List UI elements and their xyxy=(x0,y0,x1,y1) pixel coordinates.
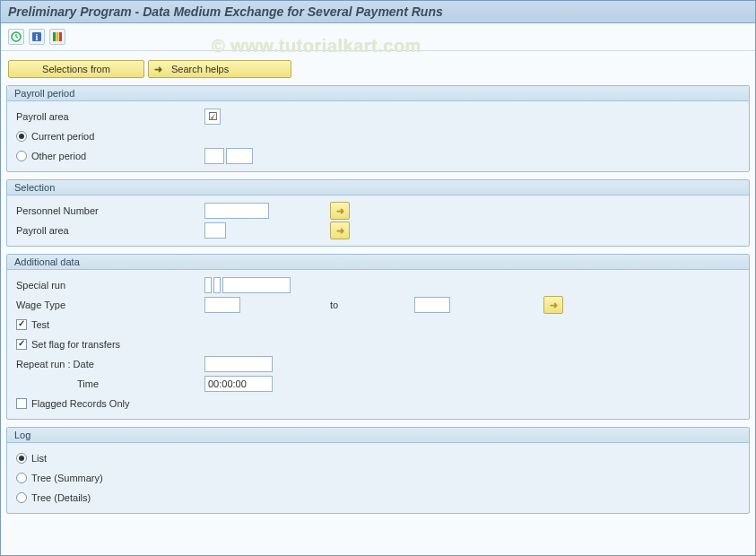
checkmark-icon: ☑ xyxy=(208,110,218,123)
label-time: Time xyxy=(16,378,204,389)
info-icon: i xyxy=(31,31,42,42)
wage-type-from-input[interactable] xyxy=(204,297,240,313)
group-payroll-period: Payroll period Payroll area ☑ Current pe… xyxy=(6,85,750,172)
page-title: Preliminary Program - Data Medium Exchan… xyxy=(8,4,443,19)
group-log: Log List Tree (Summary) xyxy=(6,427,750,514)
checkbox-set-flag[interactable]: Set flag for transfers xyxy=(16,339,120,350)
special-run-input-3[interactable] xyxy=(222,277,291,293)
multi-select-button[interactable]: ➜ xyxy=(543,296,563,314)
radio-icon xyxy=(16,131,27,142)
button-label: Selections from xyxy=(42,64,110,74)
multi-select-button[interactable]: ➜ xyxy=(330,202,350,220)
label-repeat-run: Repeat run : Date xyxy=(16,359,204,369)
search-helps-button[interactable]: ➜ Search helps xyxy=(148,60,291,78)
checkbox-label: Test xyxy=(31,319,49,330)
radio-other-period[interactable]: Other period xyxy=(16,151,204,161)
info-button[interactable]: i xyxy=(29,29,45,45)
radio-icon xyxy=(16,492,27,503)
other-period-input-2[interactable] xyxy=(226,148,253,164)
checkbox-label: Set flag for transfers xyxy=(31,339,120,350)
selections-from-button[interactable]: Selections from xyxy=(8,60,144,78)
radio-icon xyxy=(16,151,27,161)
group-additional-data: Additional data Special run Wage Type to xyxy=(6,254,750,420)
label-payroll-area-sel: Payroll area xyxy=(16,225,204,236)
checkbox-test[interactable]: Test xyxy=(16,319,49,330)
radio-label: List xyxy=(31,453,47,464)
execute-button[interactable] xyxy=(8,29,24,45)
radio-log-list[interactable]: List xyxy=(16,453,47,464)
radio-icon xyxy=(16,453,27,464)
radio-label: Current period xyxy=(31,131,94,142)
radio-current-period[interactable]: Current period xyxy=(16,131,204,142)
payroll-area-checkbox[interactable]: ☑ xyxy=(204,109,221,125)
arrow-right-icon: ➜ xyxy=(154,64,162,75)
checkbox-label: Flagged Records Only xyxy=(31,398,129,409)
radio-label: Tree (Details) xyxy=(31,492,91,503)
group-selection: Selection Personnel Number ➜ Payroll are… xyxy=(6,179,750,247)
payroll-area-input[interactable] xyxy=(204,222,226,239)
radio-log-tree-details[interactable]: Tree (Details) xyxy=(16,492,91,503)
multi-select-button[interactable]: ➜ xyxy=(330,222,350,239)
repeat-run-date-input[interactable] xyxy=(204,356,273,372)
group-title: Payroll period xyxy=(7,86,749,101)
time-input[interactable] xyxy=(204,376,273,392)
wage-type-to-input[interactable] xyxy=(414,297,450,313)
svg-text:i: i xyxy=(36,32,39,42)
radio-icon xyxy=(16,473,27,483)
group-title: Log xyxy=(7,428,749,443)
radio-log-tree-summary[interactable]: Tree (Summary) xyxy=(16,473,103,483)
clock-execute-icon xyxy=(11,31,22,42)
other-period-input-1[interactable] xyxy=(204,148,224,164)
radio-label: Other period xyxy=(31,151,86,161)
label-payroll-area: Payroll area xyxy=(16,111,204,122)
color-button[interactable] xyxy=(49,29,65,45)
checkbox-icon xyxy=(16,398,27,409)
label-to: to xyxy=(330,300,414,310)
personnel-number-input[interactable] xyxy=(204,203,269,219)
label-wage-type: Wage Type xyxy=(16,300,204,310)
color-bars-icon xyxy=(52,31,63,42)
arrow-right-icon: ➜ xyxy=(336,225,344,237)
svg-rect-4 xyxy=(56,32,59,41)
button-label: Search helps xyxy=(171,64,229,74)
group-title: Additional data xyxy=(7,255,749,270)
label-personnel-number: Personnel Number xyxy=(16,205,204,216)
label-special-run: Special run xyxy=(16,280,204,291)
checkbox-flagged-only[interactable]: Flagged Records Only xyxy=(16,398,129,409)
svg-rect-5 xyxy=(59,32,62,41)
arrow-right-icon: ➜ xyxy=(550,300,558,311)
svg-rect-3 xyxy=(53,32,56,41)
arrow-right-icon: ➜ xyxy=(336,205,344,217)
special-run-input-2[interactable] xyxy=(213,277,221,293)
group-title: Selection xyxy=(7,180,749,195)
checkbox-icon xyxy=(16,339,27,350)
special-run-input-1[interactable] xyxy=(204,277,212,293)
radio-label: Tree (Summary) xyxy=(31,473,103,483)
checkbox-icon xyxy=(16,319,27,330)
